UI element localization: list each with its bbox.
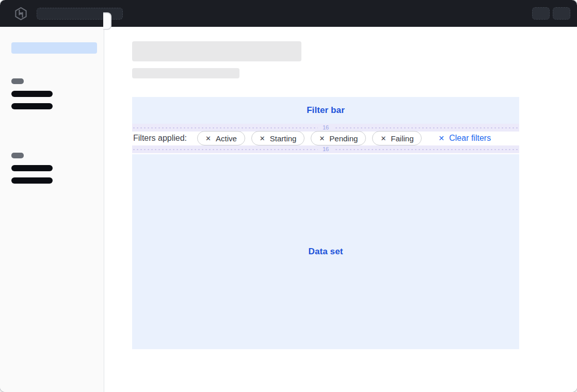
spacing-indicator-top: 16 <box>132 124 519 132</box>
close-icon[interactable]: ✕ <box>205 135 211 142</box>
spacing-indicator-bottom: 16 <box>132 145 519 153</box>
spacing-value: 16 <box>318 124 333 132</box>
sidebar <box>0 27 104 392</box>
filters-applied-label: Filters applied: <box>133 134 187 143</box>
filter-pill-label: Pending <box>329 134 358 143</box>
close-icon[interactable]: ✕ <box>260 135 265 142</box>
page-title-placeholder <box>132 41 301 61</box>
sidebar-item-4[interactable] <box>11 177 53 184</box>
app-window: Filter bar 16 Filters applied: ✕ Active … <box>0 0 577 392</box>
filter-pill-failing[interactable]: ✕ Failing <box>372 131 422 145</box>
clear-filters-link[interactable]: ✕ Clear filters <box>438 134 491 143</box>
close-icon[interactable]: ✕ <box>380 135 386 142</box>
filter-pill-label: Active <box>216 134 237 143</box>
clear-filters-label: Clear filters <box>449 134 491 143</box>
sidebar-section-label-2 <box>11 153 24 158</box>
main-content: Filter bar 16 Filters applied: ✕ Active … <box>104 27 577 392</box>
applied-filters-row: Filters applied: ✕ Active ✕ Starting ✕ P… <box>132 131 519 145</box>
filter-pill-label: Starting <box>270 134 297 143</box>
topbar-button-1[interactable] <box>532 7 550 20</box>
close-icon: ✕ <box>438 135 444 142</box>
top-navigation-bar <box>0 0 577 27</box>
filter-bar-label: Filter bar <box>307 105 345 116</box>
sidebar-item-1[interactable] <box>11 91 53 97</box>
sidebar-collapse-handle[interactable] <box>103 12 111 30</box>
sidebar-item-2[interactable] <box>11 103 53 109</box>
hashicorp-logo-icon <box>14 7 28 21</box>
filter-pill-starting[interactable]: ✕ Starting <box>251 131 305 145</box>
topbar-button-2[interactable] <box>553 7 570 20</box>
sidebar-item-3[interactable] <box>11 165 53 171</box>
topbar-actions <box>532 7 570 20</box>
close-icon[interactable]: ✕ <box>319 135 325 142</box>
page-subtitle-placeholder <box>132 68 239 78</box>
data-set-region: Data set <box>132 154 519 349</box>
spacing-value: 16 <box>318 145 333 153</box>
sidebar-section-label-1 <box>11 78 24 84</box>
sidebar-active-item[interactable] <box>11 42 97 54</box>
filter-pill-active[interactable]: ✕ Active <box>197 131 245 145</box>
data-set-label: Data set <box>309 247 343 257</box>
filter-pill-pending[interactable]: ✕ Pending <box>311 131 366 145</box>
filter-bar-region: Filter bar <box>132 97 519 124</box>
filter-pill-label: Failing <box>391 134 413 143</box>
